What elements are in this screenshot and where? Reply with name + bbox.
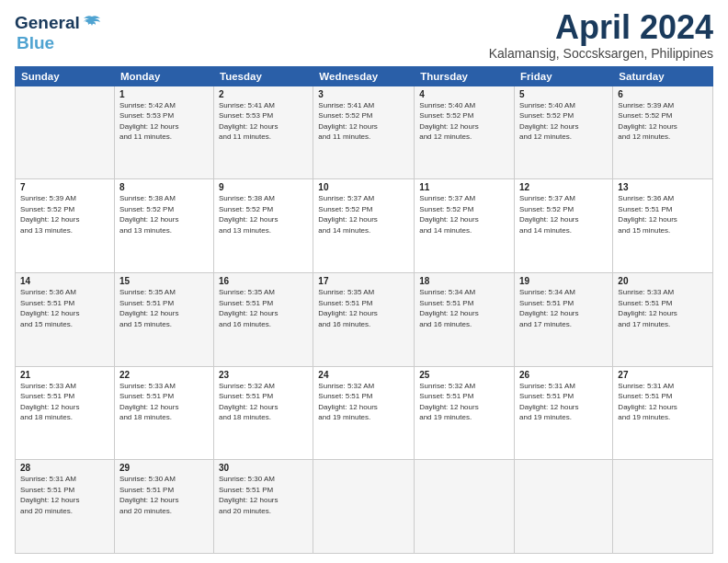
- header: General Blue April 2024 Kalamansig, Socc…: [15, 9, 713, 61]
- calendar-cell: 17Sunrise: 5:35 AM Sunset: 5:51 PM Dayli…: [313, 272, 415, 366]
- day-number: 27: [618, 370, 708, 380]
- day-info: Sunrise: 5:36 AM Sunset: 5:51 PM Dayligh…: [618, 193, 708, 236]
- calendar-cell: 1Sunrise: 5:42 AM Sunset: 5:53 PM Daylig…: [114, 86, 213, 179]
- day-info: Sunrise: 5:31 AM Sunset: 5:51 PM Dayligh…: [618, 381, 708, 423]
- week-row-4: 21Sunrise: 5:33 AM Sunset: 5:51 PM Dayli…: [16, 366, 713, 460]
- week-row-1: 1Sunrise: 5:42 AM Sunset: 5:53 PM Daylig…: [16, 86, 713, 179]
- calendar-cell: 9Sunrise: 5:38 AM Sunset: 5:52 PM Daylig…: [214, 179, 313, 273]
- main-title: April 2024: [489, 9, 713, 46]
- weekday-header-friday: Friday: [515, 66, 613, 86]
- day-number: 2: [219, 89, 308, 99]
- day-number: 17: [318, 276, 409, 286]
- week-row-5: 28Sunrise: 5:31 AM Sunset: 5:51 PM Dayli…: [16, 460, 713, 554]
- day-number: 7: [20, 182, 109, 192]
- day-number: 15: [119, 276, 209, 286]
- day-number: 11: [419, 182, 509, 192]
- calendar-cell: 12Sunrise: 5:37 AM Sunset: 5:52 PM Dayli…: [515, 179, 613, 273]
- day-number: 9: [219, 182, 308, 192]
- day-info: Sunrise: 5:32 AM Sunset: 5:51 PM Dayligh…: [419, 381, 509, 423]
- day-number: 26: [519, 370, 608, 380]
- calendar-cell: 13Sunrise: 5:36 AM Sunset: 5:51 PM Dayli…: [613, 179, 713, 273]
- calendar-cell: [613, 460, 713, 554]
- day-info: Sunrise: 5:32 AM Sunset: 5:51 PM Dayligh…: [318, 381, 409, 423]
- title-area: April 2024 Kalamansig, Soccsksargen, Phi…: [489, 9, 713, 61]
- day-number: 5: [519, 89, 608, 99]
- weekday-header-row: SundayMondayTuesdayWednesdayThursdayFrid…: [16, 66, 713, 86]
- day-info: Sunrise: 5:40 AM Sunset: 5:52 PM Dayligh…: [419, 100, 509, 143]
- day-info: Sunrise: 5:33 AM Sunset: 5:51 PM Dayligh…: [20, 381, 109, 423]
- calendar-cell: 7Sunrise: 5:39 AM Sunset: 5:52 PM Daylig…: [16, 179, 115, 273]
- day-number: 3: [318, 89, 409, 99]
- day-info: Sunrise: 5:34 AM Sunset: 5:51 PM Dayligh…: [519, 287, 608, 329]
- day-number: 4: [419, 89, 509, 99]
- day-info: Sunrise: 5:41 AM Sunset: 5:53 PM Dayligh…: [219, 100, 308, 143]
- calendar-cell: 18Sunrise: 5:34 AM Sunset: 5:51 PM Dayli…: [415, 272, 515, 366]
- calendar-cell: 20Sunrise: 5:33 AM Sunset: 5:51 PM Dayli…: [613, 272, 713, 366]
- weekday-header-thursday: Thursday: [415, 66, 515, 86]
- calendar-cell: 14Sunrise: 5:36 AM Sunset: 5:51 PM Dayli…: [16, 272, 115, 366]
- day-info: Sunrise: 5:31 AM Sunset: 5:51 PM Dayligh…: [20, 474, 109, 516]
- day-number: 18: [419, 276, 509, 286]
- calendar-cell: 3Sunrise: 5:41 AM Sunset: 5:52 PM Daylig…: [313, 86, 415, 179]
- day-info: Sunrise: 5:34 AM Sunset: 5:51 PM Dayligh…: [419, 287, 509, 329]
- day-info: Sunrise: 5:33 AM Sunset: 5:51 PM Dayligh…: [119, 381, 209, 423]
- page: General Blue April 2024 Kalamansig, Socc…: [0, 0, 728, 563]
- weekday-header-monday: Monday: [114, 66, 213, 86]
- day-info: Sunrise: 5:39 AM Sunset: 5:52 PM Dayligh…: [20, 193, 109, 236]
- calendar-cell: 16Sunrise: 5:35 AM Sunset: 5:51 PM Dayli…: [214, 272, 313, 366]
- day-info: Sunrise: 5:40 AM Sunset: 5:52 PM Dayligh…: [519, 100, 608, 143]
- weekday-header-tuesday: Tuesday: [214, 66, 313, 86]
- day-number: 16: [219, 276, 308, 286]
- calendar-cell: [16, 86, 115, 179]
- logo-blue: Blue: [17, 33, 54, 53]
- day-info: Sunrise: 5:39 AM Sunset: 5:52 PM Dayligh…: [618, 100, 708, 143]
- calendar-cell: [415, 460, 515, 554]
- day-number: 25: [419, 370, 509, 380]
- day-number: 1: [119, 89, 209, 99]
- logo-bird-icon: [82, 13, 102, 33]
- day-number: 19: [519, 276, 608, 286]
- calendar-cell: 15Sunrise: 5:35 AM Sunset: 5:51 PM Dayli…: [114, 272, 213, 366]
- week-row-3: 14Sunrise: 5:36 AM Sunset: 5:51 PM Dayli…: [16, 272, 713, 366]
- calendar-cell: 25Sunrise: 5:32 AM Sunset: 5:51 PM Dayli…: [415, 366, 515, 460]
- day-number: 12: [519, 182, 608, 192]
- day-number: 20: [618, 276, 708, 286]
- calendar-cell: 22Sunrise: 5:33 AM Sunset: 5:51 PM Dayli…: [114, 366, 213, 460]
- day-info: Sunrise: 5:38 AM Sunset: 5:52 PM Dayligh…: [219, 193, 308, 236]
- day-number: 23: [219, 370, 308, 380]
- calendar-cell: 23Sunrise: 5:32 AM Sunset: 5:51 PM Dayli…: [214, 366, 313, 460]
- calendar-table: SundayMondayTuesdayWednesdayThursdayFrid…: [15, 66, 713, 554]
- weekday-header-saturday: Saturday: [613, 66, 713, 86]
- day-number: 22: [119, 370, 209, 380]
- day-info: Sunrise: 5:30 AM Sunset: 5:51 PM Dayligh…: [219, 474, 308, 516]
- day-number: 29: [119, 463, 209, 473]
- day-info: Sunrise: 5:32 AM Sunset: 5:51 PM Dayligh…: [219, 381, 308, 423]
- day-info: Sunrise: 5:42 AM Sunset: 5:53 PM Dayligh…: [119, 100, 209, 143]
- day-number: 28: [20, 463, 109, 473]
- day-info: Sunrise: 5:35 AM Sunset: 5:51 PM Dayligh…: [318, 287, 409, 329]
- day-number: 13: [618, 182, 708, 192]
- calendar-cell: 29Sunrise: 5:30 AM Sunset: 5:51 PM Dayli…: [114, 460, 213, 554]
- weekday-header-sunday: Sunday: [16, 66, 115, 86]
- subtitle: Kalamansig, Soccsksargen, Philippines: [489, 46, 713, 61]
- calendar-cell: 6Sunrise: 5:39 AM Sunset: 5:52 PM Daylig…: [613, 86, 713, 179]
- calendar-cell: 30Sunrise: 5:30 AM Sunset: 5:51 PM Dayli…: [214, 460, 313, 554]
- logo: General Blue: [15, 9, 102, 53]
- calendar-cell: 28Sunrise: 5:31 AM Sunset: 5:51 PM Dayli…: [16, 460, 115, 554]
- calendar-cell: 5Sunrise: 5:40 AM Sunset: 5:52 PM Daylig…: [515, 86, 613, 179]
- calendar-cell: [313, 460, 415, 554]
- day-info: Sunrise: 5:36 AM Sunset: 5:51 PM Dayligh…: [20, 287, 109, 329]
- day-number: 30: [219, 463, 308, 473]
- day-info: Sunrise: 5:35 AM Sunset: 5:51 PM Dayligh…: [119, 287, 209, 329]
- logo-general: General: [15, 13, 80, 33]
- day-info: Sunrise: 5:37 AM Sunset: 5:52 PM Dayligh…: [419, 193, 509, 236]
- calendar-cell: 8Sunrise: 5:38 AM Sunset: 5:52 PM Daylig…: [114, 179, 213, 273]
- day-number: 24: [318, 370, 409, 380]
- calendar-cell: 24Sunrise: 5:32 AM Sunset: 5:51 PM Dayli…: [313, 366, 415, 460]
- day-number: 8: [119, 182, 209, 192]
- calendar-cell: 26Sunrise: 5:31 AM Sunset: 5:51 PM Dayli…: [515, 366, 613, 460]
- day-number: 10: [318, 182, 409, 192]
- calendar-cell: 19Sunrise: 5:34 AM Sunset: 5:51 PM Dayli…: [515, 272, 613, 366]
- day-info: Sunrise: 5:37 AM Sunset: 5:52 PM Dayligh…: [318, 193, 409, 236]
- day-info: Sunrise: 5:38 AM Sunset: 5:52 PM Dayligh…: [119, 193, 209, 236]
